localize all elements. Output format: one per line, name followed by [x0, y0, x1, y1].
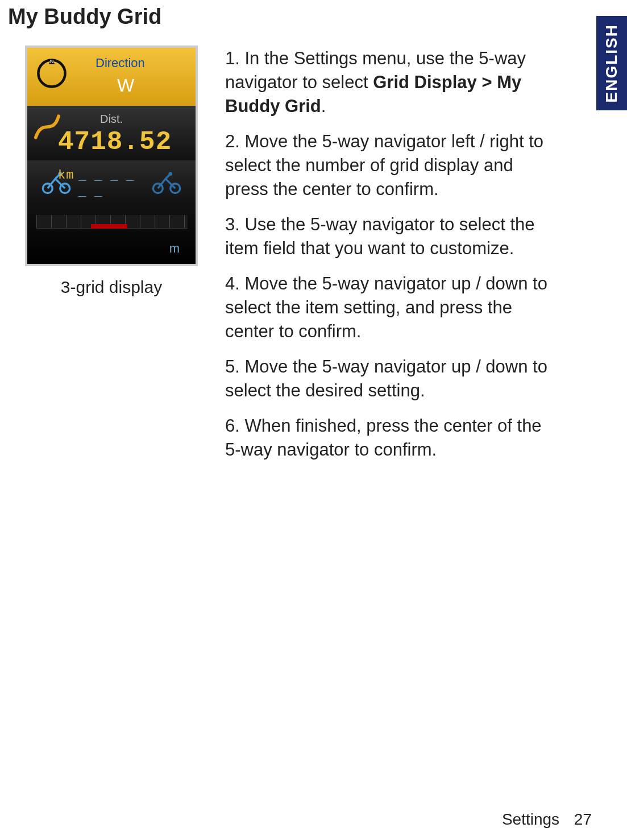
page-title: My Buddy Grid [8, 5, 161, 29]
step-6: 6. When finished, press the center of th… [225, 414, 551, 462]
step-text: Move the 5-way navigator left / right to… [225, 131, 543, 199]
step-4: 4. Move the 5-way navigator up / down to… [225, 272, 551, 344]
language-tab-label: ENGLISH [603, 24, 621, 102]
direction-label: Direction [95, 56, 145, 71]
step-text: When finished, press the center of the 5… [225, 416, 542, 460]
direction-row: N Direction W [27, 48, 196, 106]
svg-text:N: N [50, 59, 54, 64]
distance-value: 4718.52 km [58, 127, 196, 187]
device-screenshot: N Direction W Dist. 4718.52 km _ _ _ _ _… [25, 45, 198, 266]
step-text: Move the 5-way navigator up / down to se… [225, 357, 547, 400]
language-tab: ENGLISH [596, 16, 627, 110]
distance-number: 4718.52 [58, 127, 172, 157]
instruction-list: 1. In the Settings menu, use the 5-way n… [225, 47, 551, 473]
step-text: Move the 5-way navigator up / down to se… [225, 274, 547, 341]
step-number: 1. [225, 48, 240, 68]
step-2: 2. Move the 5-way navigator left / right… [225, 130, 551, 201]
step-number: 2. [225, 131, 240, 151]
step-5: 5. Move the 5-way navigator up / down to… [225, 355, 551, 403]
distance-label: Dist. [100, 113, 123, 126]
distance-row: Dist. 4718.52 km [27, 106, 196, 160]
altitude-row: m [27, 205, 196, 264]
step-number: 4. [225, 274, 240, 293]
device-caption: 3-grid display [25, 278, 198, 297]
altitude-unit: m [169, 241, 180, 256]
step-1: 1. In the Settings menu, use the 5-way n… [225, 47, 551, 118]
step-3: 3. Use the 5-way navigator to select the… [225, 213, 551, 260]
step-text: Use the 5-way navigator to select the it… [225, 214, 535, 258]
page-footer: Settings 27 [502, 810, 592, 829]
direction-value: W [117, 75, 134, 96]
footer-section: Settings [502, 810, 559, 828]
footer-page-number: 27 [574, 810, 592, 828]
step-post: . [321, 96, 326, 116]
compass-icon: N [35, 57, 68, 90]
step-number: 6. [225, 416, 240, 436]
altitude-marker [91, 224, 127, 229]
step-number: 3. [225, 214, 240, 234]
distance-icon [34, 114, 60, 140]
distance-unit: km [58, 168, 74, 183]
step-number: 5. [225, 357, 240, 376]
